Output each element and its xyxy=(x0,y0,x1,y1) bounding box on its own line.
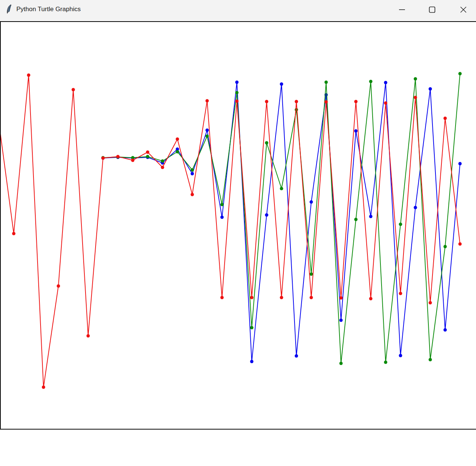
turtle-graphics-window: Python Turtle Graphics xyxy=(0,0,476,466)
blue-series-marker xyxy=(384,81,387,84)
blue-series-marker xyxy=(399,354,402,357)
green-series-marker xyxy=(369,80,373,83)
blue-series-marker xyxy=(191,172,194,176)
minimize-button[interactable] xyxy=(390,0,414,19)
red-series-marker xyxy=(12,232,16,235)
close-button[interactable] xyxy=(451,0,476,19)
red-series-marker xyxy=(325,100,328,104)
blue-series-marker xyxy=(444,328,447,332)
tk-feather-icon xyxy=(5,4,14,14)
titlebar: Python Turtle Graphics xyxy=(0,0,476,21)
red-series-marker xyxy=(444,117,447,120)
red-series-marker xyxy=(265,100,268,103)
red-series-marker xyxy=(72,88,75,91)
red-series-marker xyxy=(250,296,254,299)
red-series-marker xyxy=(176,138,179,141)
maximize-button[interactable] xyxy=(420,0,444,19)
blue-series-marker xyxy=(235,81,239,84)
green-series-marker xyxy=(176,150,179,154)
green-series-marker xyxy=(161,160,164,163)
blue-series-line xyxy=(103,82,460,361)
turtle-canvas xyxy=(0,21,476,430)
blue-series-marker xyxy=(250,360,254,363)
red-series-marker xyxy=(354,100,358,103)
green-series-marker xyxy=(146,155,149,158)
green-series-marker xyxy=(280,187,283,190)
green-series-marker xyxy=(325,81,328,84)
green-series-marker xyxy=(250,326,254,330)
red-series-marker xyxy=(459,242,462,246)
blue-series-marker xyxy=(459,162,462,165)
blue-series-marker xyxy=(354,129,358,133)
red-series-marker xyxy=(414,96,417,99)
red-series-marker xyxy=(131,159,135,162)
red-series-marker xyxy=(57,285,60,288)
green-series-marker xyxy=(414,77,417,81)
green-series-marker xyxy=(310,273,313,276)
red-series-marker xyxy=(87,334,90,338)
maximize-icon xyxy=(429,6,435,13)
red-series-marker xyxy=(102,157,105,160)
blue-series-marker xyxy=(414,206,417,209)
red-series-marker xyxy=(146,151,149,154)
red-series-marker xyxy=(310,296,313,299)
green-series-marker xyxy=(191,168,194,172)
red-series-marker xyxy=(116,155,120,158)
close-icon xyxy=(460,6,467,13)
window-title: Python Turtle Graphics xyxy=(16,0,81,21)
green-series-marker xyxy=(384,361,387,364)
red-series-marker xyxy=(399,292,402,295)
red-series-marker xyxy=(161,166,164,169)
red-series-marker xyxy=(384,102,387,105)
green-series-marker xyxy=(399,223,402,226)
green-series-marker xyxy=(354,218,358,221)
red-series-marker xyxy=(221,296,224,299)
blue-series-marker xyxy=(340,319,343,322)
red-series-marker xyxy=(295,100,298,103)
red-series-marker xyxy=(27,74,30,77)
red-series-marker xyxy=(191,193,194,196)
blue-series-marker xyxy=(429,87,432,91)
line-chart xyxy=(1,22,476,429)
green-series-marker xyxy=(340,362,343,365)
blue-series-marker xyxy=(369,215,373,218)
red-series-line xyxy=(1,75,460,387)
red-series-marker xyxy=(42,386,45,389)
blue-series-marker xyxy=(280,83,283,86)
blue-series-marker xyxy=(265,213,268,217)
red-series-marker xyxy=(429,301,432,305)
blue-series-marker xyxy=(295,354,298,358)
red-series-marker xyxy=(235,100,239,103)
red-series-marker xyxy=(206,99,209,103)
green-series-marker xyxy=(295,108,298,112)
minimize-icon xyxy=(399,6,405,13)
green-series-marker xyxy=(206,135,209,138)
green-series-marker xyxy=(429,358,432,361)
green-series-marker xyxy=(221,203,224,206)
green-series-marker xyxy=(235,91,239,94)
blue-series-marker xyxy=(221,216,224,219)
green-series-marker xyxy=(459,72,462,75)
green-series-marker xyxy=(444,245,447,248)
window-body-below-canvas xyxy=(0,430,476,466)
green-series-marker xyxy=(265,141,268,145)
blue-series-marker xyxy=(206,129,209,132)
red-series-marker xyxy=(340,296,343,300)
red-series-marker xyxy=(369,297,373,301)
blue-series-marker xyxy=(310,200,313,204)
red-series-marker xyxy=(280,296,283,299)
